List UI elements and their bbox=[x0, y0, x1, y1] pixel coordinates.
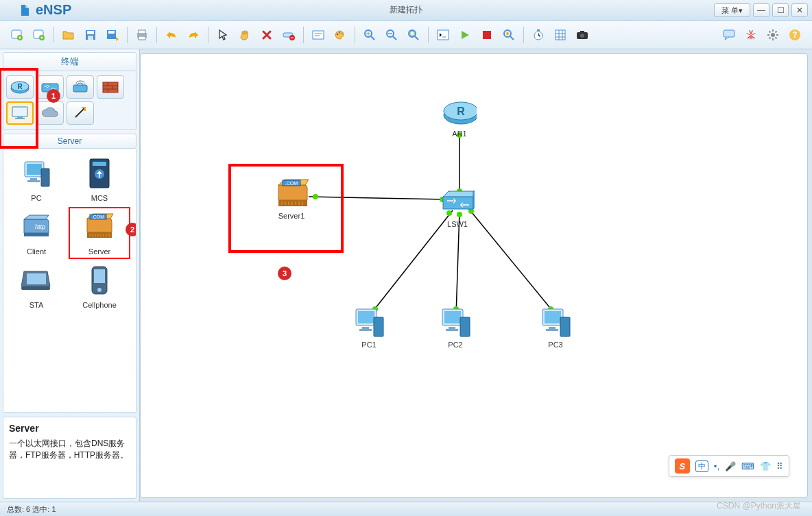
redo-icon[interactable] bbox=[183, 25, 204, 45]
cli-icon[interactable] bbox=[433, 25, 453, 45]
help-icon[interactable]: ? bbox=[785, 25, 805, 45]
node-label: PC3 bbox=[548, 341, 562, 349]
cat-router-icon[interactable]: R bbox=[6, 75, 34, 99]
pan-icon[interactable] bbox=[235, 25, 255, 45]
svg-rect-11 bbox=[139, 36, 145, 40]
device-sta[interactable]: STA bbox=[6, 261, 67, 312]
palette-icon[interactable] bbox=[330, 25, 350, 45]
svg-rect-83 bbox=[359, 329, 372, 331]
grid-icon[interactable] bbox=[550, 25, 571, 45]
topology-canvas[interactable]: R AR1 .COM Server1 LSW1 PC1 PC2 PC3 3 S … bbox=[140, 53, 808, 497]
save-icon[interactable] bbox=[80, 25, 101, 45]
node-pc1[interactable]: PC1 bbox=[352, 306, 386, 349]
ime-toolbar[interactable]: S 中 •, 🎤 ⌨ 👕 ⠿ bbox=[669, 455, 789, 477]
zoom-in-icon[interactable] bbox=[359, 25, 380, 45]
device-sidebar: 终端 R 1 Server PC MCS http Client bbox=[0, 49, 140, 502]
svg-rect-57 bbox=[87, 232, 112, 238]
cat-wlan-icon[interactable] bbox=[67, 75, 94, 99]
node-pc2[interactable]: PC2 bbox=[438, 306, 473, 349]
start-icon[interactable] bbox=[455, 25, 475, 45]
node-label: LSW1 bbox=[447, 220, 468, 228]
svg-rect-90 bbox=[545, 311, 561, 323]
new-project-icon[interactable] bbox=[29, 25, 49, 45]
device-label: Client bbox=[27, 247, 46, 256]
minimize-button[interactable]: — bbox=[753, 3, 769, 17]
zoom-fit-icon[interactable] bbox=[403, 25, 424, 45]
zoom-out-icon[interactable] bbox=[381, 25, 402, 45]
svg-text:.COM: .COM bbox=[285, 181, 298, 186]
svg-rect-5 bbox=[87, 31, 94, 34]
device-pc[interactable]: PC bbox=[6, 154, 67, 205]
link-lsw1-pc3[interactable] bbox=[468, 208, 556, 315]
link-server1-lsw1[interactable] bbox=[309, 197, 446, 199]
cat-terminal-icon[interactable] bbox=[6, 101, 34, 125]
save-as-icon[interactable] bbox=[102, 25, 123, 45]
delete-icon[interactable] bbox=[256, 25, 277, 45]
node-pc3[interactable]: PC3 bbox=[538, 306, 573, 349]
svg-rect-42 bbox=[12, 107, 27, 116]
maximize-button[interactable]: ☐ bbox=[772, 3, 789, 17]
svg-rect-88 bbox=[446, 329, 458, 331]
cat-link-icon[interactable] bbox=[67, 101, 94, 125]
svg-point-62 bbox=[97, 288, 102, 292]
svg-text:R: R bbox=[457, 106, 465, 117]
app-logo: eNSP bbox=[19, 2, 71, 18]
print-icon[interactable] bbox=[132, 25, 152, 45]
svg-point-25 bbox=[506, 32, 509, 35]
pointer-icon[interactable] bbox=[213, 25, 233, 45]
screenshot-icon[interactable] bbox=[572, 25, 593, 45]
open-icon[interactable] bbox=[58, 25, 79, 45]
ime-lang-icon[interactable]: 中 bbox=[695, 460, 708, 472]
device-mcs[interactable]: MCS bbox=[69, 154, 130, 205]
device-grid: PC MCS http Client .COM Server 2 STA Ce bbox=[3, 149, 136, 413]
delete-link-icon[interactable] bbox=[278, 25, 299, 45]
chat-icon[interactable] bbox=[719, 25, 739, 45]
capture-icon[interactable] bbox=[499, 25, 519, 45]
sidebar-subtitle: Server bbox=[3, 134, 136, 149]
status-bar: 总数: 6 选中: 1 bbox=[0, 502, 812, 516]
svg-rect-61 bbox=[94, 269, 105, 283]
text-icon[interactable] bbox=[308, 25, 329, 45]
node-server1[interactable]: .COM Server1 bbox=[274, 177, 309, 220]
svg-rect-14 bbox=[313, 31, 324, 39]
sidebar-title: 终端 bbox=[3, 52, 136, 71]
cat-cloud-icon[interactable] bbox=[36, 101, 64, 125]
annotation-badge-1: 1 bbox=[47, 89, 60, 103]
device-cellphone[interactable]: Cellphone bbox=[69, 261, 130, 312]
svg-point-16 bbox=[339, 32, 341, 34]
ime-punct-icon[interactable]: •, bbox=[714, 461, 719, 471]
svg-rect-48 bbox=[30, 178, 37, 180]
status-text: 总数: 6 选中: 1 bbox=[7, 505, 56, 513]
svg-rect-86 bbox=[460, 317, 470, 336]
settings-icon[interactable] bbox=[763, 25, 783, 45]
svg-rect-47 bbox=[41, 169, 49, 186]
ime-skin-icon[interactable]: 👕 bbox=[760, 461, 771, 471]
close-button[interactable]: ✕ bbox=[791, 3, 808, 17]
huawei-icon[interactable] bbox=[741, 25, 761, 45]
svg-text:?: ? bbox=[792, 30, 797, 40]
svg-point-17 bbox=[342, 32, 344, 34]
undo-icon[interactable] bbox=[161, 25, 182, 45]
ime-keyboard-icon[interactable]: ⌨ bbox=[741, 461, 754, 471]
device-server[interactable]: .COM Server 2 bbox=[69, 208, 130, 258]
svg-rect-91 bbox=[560, 317, 570, 336]
svg-point-33 bbox=[771, 33, 775, 37]
ime-voice-icon[interactable]: 🎤 bbox=[725, 461, 736, 471]
cat-firewall-icon[interactable] bbox=[97, 75, 124, 99]
node-ar1[interactable]: R AR1 bbox=[442, 95, 477, 138]
new-topology-icon[interactable] bbox=[7, 25, 27, 45]
menu-button[interactable]: 菜 单▾ bbox=[714, 3, 750, 17]
svg-rect-40 bbox=[73, 85, 87, 92]
node-lsw1[interactable]: LSW1 bbox=[440, 186, 475, 228]
ime-toolbox-icon[interactable]: ⠿ bbox=[776, 461, 783, 471]
svg-rect-27 bbox=[537, 29, 540, 31]
node-label: Server1 bbox=[278, 212, 305, 220]
svg-rect-28 bbox=[556, 30, 565, 40]
device-client[interactable]: http Client bbox=[6, 208, 67, 258]
svg-rect-46 bbox=[27, 164, 42, 175]
timer-icon[interactable] bbox=[528, 25, 549, 45]
annotation-badge-3: 3 bbox=[278, 267, 291, 280]
stop-icon[interactable] bbox=[477, 25, 497, 45]
svg-rect-23 bbox=[483, 31, 491, 39]
node-label: PC2 bbox=[448, 341, 462, 349]
